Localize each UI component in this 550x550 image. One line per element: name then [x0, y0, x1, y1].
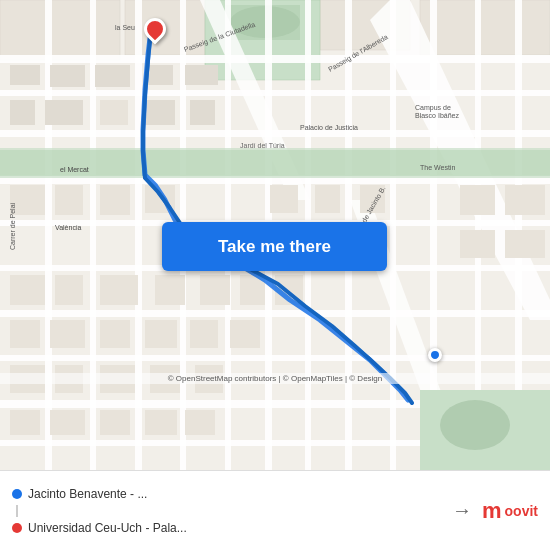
destination-label: Universidad Ceu-Uch - Pala... [28, 521, 187, 535]
svg-text:The Westin: The Westin [420, 164, 455, 171]
svg-rect-44 [145, 100, 175, 125]
svg-rect-36 [10, 65, 40, 85]
svg-text:Campus de: Campus de [415, 104, 451, 112]
arrow-icon: → [452, 499, 472, 522]
svg-text:Blasco Ibáñez: Blasco Ibáñez [415, 112, 459, 119]
svg-rect-10 [0, 90, 550, 96]
svg-rect-15 [0, 310, 550, 317]
svg-rect-62 [100, 320, 130, 348]
bottom-bar: Jacinto Benavente - ... Universidad Ceu-… [0, 470, 550, 550]
svg-rect-5 [420, 0, 550, 55]
route-to: Universidad Ceu-Uch - Pala... [12, 521, 442, 535]
svg-rect-48 [100, 185, 130, 215]
route-connector [16, 505, 18, 517]
moovit-logo: m oovit [482, 498, 538, 524]
svg-rect-77 [505, 185, 545, 215]
svg-rect-41 [10, 100, 35, 125]
svg-rect-56 [155, 275, 185, 305]
svg-rect-61 [50, 320, 85, 348]
svg-text:la Seu: la Seu [115, 24, 135, 31]
svg-rect-38 [95, 65, 130, 87]
destination-marker [144, 18, 166, 40]
origin-marker [428, 348, 442, 362]
origin-dot [12, 489, 22, 499]
route-from: Jacinto Benavente - ... [12, 487, 442, 501]
svg-rect-76 [460, 185, 495, 215]
route-info: Jacinto Benavente - ... Universidad Ceu-… [12, 487, 442, 535]
moovit-word: oovit [505, 503, 538, 519]
svg-rect-37 [50, 65, 85, 87]
svg-rect-55 [100, 275, 138, 305]
svg-rect-65 [230, 320, 260, 348]
svg-rect-60 [10, 320, 40, 348]
svg-rect-47 [55, 185, 83, 215]
svg-rect-45 [190, 100, 215, 125]
svg-rect-64 [190, 320, 218, 348]
pin-head [139, 13, 170, 44]
svg-rect-53 [10, 275, 45, 305]
svg-rect-57 [200, 275, 230, 305]
svg-text:València: València [55, 224, 81, 231]
svg-rect-78 [460, 230, 495, 258]
svg-rect-1 [0, 0, 120, 60]
svg-rect-51 [315, 185, 340, 213]
svg-rect-16 [0, 355, 550, 361]
take-me-there-button[interactable]: Take me there [162, 222, 387, 271]
svg-text:Carrer de Pelai: Carrer de Pelai [9, 202, 16, 250]
svg-text:el Mercat: el Mercat [60, 166, 89, 173]
svg-text:Palacio de Justicia: Palacio de Justicia [300, 124, 358, 131]
svg-rect-79 [505, 230, 545, 258]
svg-rect-9 [0, 55, 550, 63]
svg-rect-27 [390, 0, 396, 470]
destination-dot [12, 523, 22, 533]
svg-rect-40 [185, 65, 218, 85]
map-attribution: © OpenStreetMap contributors | © OpenMap… [0, 373, 550, 384]
svg-rect-75 [185, 410, 215, 435]
svg-rect-50 [270, 185, 298, 213]
svg-rect-54 [55, 275, 83, 305]
svg-rect-63 [145, 320, 177, 348]
svg-rect-71 [10, 410, 40, 435]
svg-rect-74 [145, 410, 177, 435]
origin-label: Jacinto Benavente - ... [28, 487, 147, 501]
svg-text:Jardí del Túria: Jardí del Túria [240, 142, 285, 149]
svg-point-81 [440, 400, 510, 450]
svg-rect-72 [50, 410, 85, 435]
svg-rect-73 [100, 410, 130, 435]
svg-rect-21 [135, 0, 142, 470]
svg-rect-42 [45, 100, 83, 125]
map-container: Jardí del Túria Passeig de l'Albereda Pa… [0, 0, 550, 470]
svg-rect-43 [100, 100, 128, 125]
moovit-m-letter: m [482, 498, 502, 524]
